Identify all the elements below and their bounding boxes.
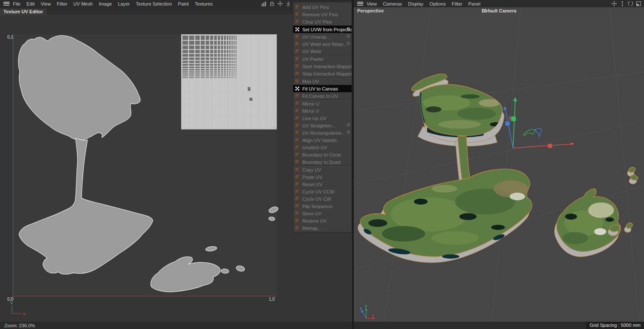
menu-textures[interactable]: Textures (195, 1, 213, 6)
menu-item-uv-weld[interactable]: UV Weld (293, 48, 352, 55)
gizmo-rotate-green[interactable] (523, 130, 535, 136)
add-uv-pins-icon (295, 5, 300, 9)
menu-item-label: Clear UV Pins (302, 19, 332, 24)
gear-icon[interactable]: ⚙ (346, 122, 350, 128)
histogram-icon[interactable] (261, 1, 267, 6)
menu-cameras[interactable]: Cameras (383, 1, 402, 6)
island-3d-east[interactable] (555, 166, 639, 257)
menu-paint[interactable]: Paint (178, 1, 189, 6)
menu-file[interactable]: File (13, 1, 21, 6)
v-axis-label: V (10, 301, 13, 305)
menu-panel[interactable]: Panel (468, 1, 480, 6)
menu-item-remove-uv-pins[interactable]: Remove UV Pins (293, 11, 352, 18)
dock-icon[interactable] (286, 1, 291, 6)
pan-view-icon[interactable] (277, 1, 283, 6)
gear-icon[interactable]: ⚙ (346, 41, 350, 46)
menu-item-uv-peeler[interactable]: UV Peeler (293, 55, 352, 63)
menu-item-set-uvw-from-projection[interactable]: Set UVW from Projection...⚙ (293, 26, 352, 33)
menu-item-uv-straighten[interactable]: UV Straighten...⚙ (293, 122, 352, 129)
camera-label-group[interactable]: Default Camera (482, 8, 516, 13)
camera-toggle-icon[interactable] (482, 8, 487, 13)
tab-texture-uv-editor[interactable]: Texture UV Editor (0, 9, 46, 15)
menu-item-paste-uv[interactable]: Paste UV (293, 173, 352, 181)
menu-item-uv-unwrap[interactable]: UV Unwrap...⚙ (293, 33, 352, 40)
menu-uv-mesh[interactable]: UV Mesh (73, 1, 93, 6)
menu-item-line-up-uv[interactable]: Line Up UV (293, 115, 352, 122)
uv-weld-icon (295, 49, 300, 54)
menu-item-unstitch-uv[interactable]: Unstitch UV (293, 144, 352, 151)
menu-item-max-uv[interactable]: Max UV (293, 78, 352, 85)
menu-filter[interactable]: Filter (57, 1, 67, 6)
boundary-to-quad-icon (295, 160, 300, 164)
command-group: UV PeelerStart Interactive MappingStop I… (293, 55, 352, 77)
camera-label: Default Camera (482, 8, 516, 13)
dolly-icon[interactable] (620, 1, 625, 6)
menu-item-fit-canvas-to-uv[interactable]: Fit Canvas to UV (293, 92, 352, 100)
gizmo-z-handle[interactable] (505, 121, 510, 126)
command-group: Max UVFit UV to CanvasFit Canvas to UV (293, 77, 352, 100)
menu-options[interactable]: Options (429, 1, 446, 6)
viewport-panel: ViewCamerasDisplayOptionsFilterPanel (354, 0, 644, 329)
menu-item-flip-sequence[interactable]: Flip Sequence (293, 202, 352, 210)
menu-item-align-uv-islands[interactable]: Align UV Islands (293, 136, 352, 144)
menu-item-copy-uv[interactable]: Copy UV (293, 166, 352, 173)
menu-item-mirror-u[interactable]: Mirror U (293, 100, 352, 107)
menu-item-start-interactive-mapping[interactable]: Start Interactive Mapping (293, 63, 352, 70)
boundary-to-circle-icon (295, 152, 300, 157)
menu-view[interactable]: View (41, 1, 51, 6)
menu-item-uv-rectangularize[interactable]: UV Rectangularize...⚙ (293, 129, 352, 136)
gizmo-rotate-blue[interactable] (535, 129, 542, 137)
menu-item-label: Set UVW from Projection... (302, 27, 352, 32)
menu-item-label: UV Weld and Relax... (302, 42, 347, 47)
pane-divider[interactable] (352, 0, 354, 329)
uv-straighten-icon (295, 123, 300, 128)
menu-item-clear-uv-pins[interactable]: Clear UV Pins (293, 18, 352, 25)
islet-3d[interactable] (608, 166, 638, 236)
move-gizmo[interactable] (504, 97, 575, 148)
gear-icon[interactable]: ⚙ (346, 26, 350, 32)
menu-layer[interactable]: Layer (118, 1, 130, 6)
menu-texture-selection[interactable]: Texture Selection (136, 1, 172, 6)
menu-item-store-uv[interactable]: Store UV (293, 210, 352, 217)
hamburger-menu-icon[interactable] (3, 2, 9, 6)
menu-item-reset-uv[interactable]: Reset UV (293, 181, 352, 188)
pan-view-icon[interactable] (611, 1, 617, 6)
lock-icon[interactable] (269, 1, 275, 6)
menu-filter[interactable]: Filter (452, 1, 462, 6)
menu-edit[interactable]: Edit (27, 1, 35, 6)
menu-image[interactable]: Image (99, 1, 112, 6)
clear-uv-pins-icon (295, 19, 300, 24)
viewport-3d[interactable]: z y x Perspective Default Camera (354, 7, 644, 322)
menu-item-add-uv-pins[interactable]: Add UV Pins (293, 3, 352, 11)
gear-icon[interactable]: ⚙ (346, 130, 350, 135)
menu-item-label: UV Weld (302, 49, 321, 54)
remove-uv-pins-icon (295, 12, 300, 17)
hamburger-menu-icon[interactable] (357, 2, 363, 6)
menu-item-stop-interactive-mapping[interactable]: Stop Interactive Mapping (293, 70, 352, 77)
menu-item-label: Mirror U (302, 101, 319, 106)
menu-item-fit-uv-to-canvas[interactable]: Fit UV to Canvas (293, 85, 352, 92)
menu-item-cycle-uv-cw[interactable]: Cycle UV CW (293, 195, 352, 202)
menu-display[interactable]: Display (408, 1, 423, 6)
menu-item-restore-uv[interactable]: Restore UV (293, 217, 352, 224)
gizmo-y-handle[interactable] (511, 117, 516, 121)
gizmo-x-handle[interactable] (548, 144, 552, 148)
menu-item-boundary-to-circle[interactable]: Boundary to Circle (293, 151, 352, 158)
menu-item-mirror-v[interactable]: Mirror V (293, 107, 352, 115)
menu-item-label: Fit Canvas to UV (302, 94, 338, 99)
menu-view[interactable]: View (367, 1, 377, 6)
maximize-view-icon[interactable] (636, 1, 641, 6)
menu-item-remap[interactable]: Remap... (293, 224, 352, 232)
gear-icon[interactable]: ⚙ (346, 33, 350, 39)
menu-item-label: Unstitch UV (302, 145, 327, 150)
menu-item-uv-weld-and-relax[interactable]: UV Weld and Relax...⚙ (293, 40, 352, 48)
viewport-menu-items: ViewCamerasDisplayOptionsFilterPanel (367, 1, 480, 6)
uv-editor-menu-items: FileEditViewFilterUV MeshImageLayerTextu… (13, 1, 213, 6)
menu-item-boundary-to-quad[interactable]: Boundary to Quad (293, 158, 352, 166)
menu-item-label: Copy UV (302, 167, 321, 172)
rotate-view-icon[interactable] (628, 1, 633, 6)
menu-item-label: Add UV Pins (302, 5, 329, 10)
island-3d-south[interactable] (358, 169, 532, 263)
menu-item-cycle-uv-ccw[interactable]: Cycle UV CCW (293, 188, 352, 195)
start-interactive-mapping-icon (295, 64, 300, 69)
